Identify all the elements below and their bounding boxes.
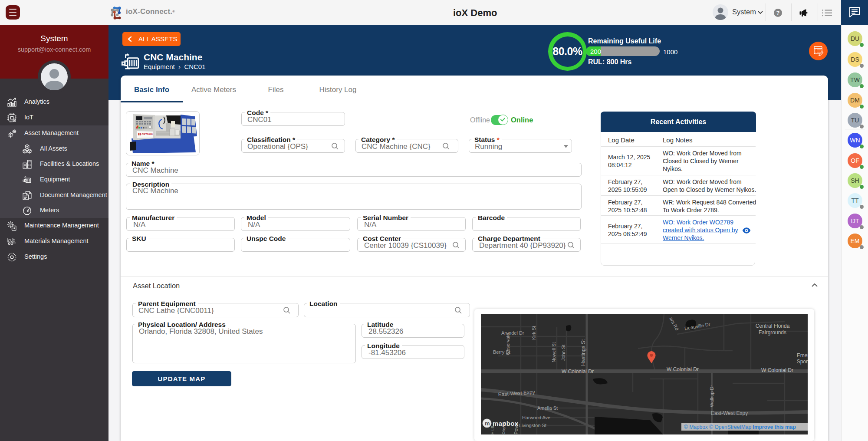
svg-text:John St: John St: [561, 345, 566, 361]
svg-text:Nowell St: Nowell St: [551, 342, 556, 362]
svg-text:W Colonial Dr: W Colonial Dr: [562, 369, 594, 375]
svg-text:m: m: [485, 420, 490, 427]
svg-text:Hastings St: Hastings St: [580, 339, 586, 366]
svg-text:Arundel Dr: Arundel Dr: [501, 330, 524, 336]
svg-text:Walkup Dr: Walkup Dr: [709, 385, 714, 407]
svg-text:Livingston St: Livingston St: [519, 423, 546, 428]
svg-text:Central Florida: Central Florida: [756, 323, 790, 329]
svg-text:East-West Expy: East-West Expy: [711, 410, 748, 416]
svg-text:Kirk St: Kirk St: [531, 326, 536, 340]
svg-text:Emery: Emery: [797, 352, 808, 359]
svg-text:mapbox: mapbox: [493, 420, 519, 427]
svg-text:Harwood Ave: Harwood Ave: [522, 415, 550, 420]
svg-text:© Mapbox © OpenStreetMap Impro: © Mapbox © OpenStreetMap Improve this ma…: [684, 424, 796, 430]
svg-text:W Colonial Dr: W Colonial Dr: [667, 366, 699, 372]
svg-text:Fairgrounds: Fairgrounds: [759, 329, 786, 336]
svg-text:Amelia St: Amelia St: [537, 405, 558, 411]
svg-text:W Colonial Dr: W Colonial Dr: [761, 367, 793, 373]
svg-text:Sports: Sports: [797, 359, 808, 365]
svg-text:Observato: Observato: [505, 333, 510, 355]
svg-text:▮▮ CBT1040: ▮▮ CBT1040: [138, 133, 153, 135]
